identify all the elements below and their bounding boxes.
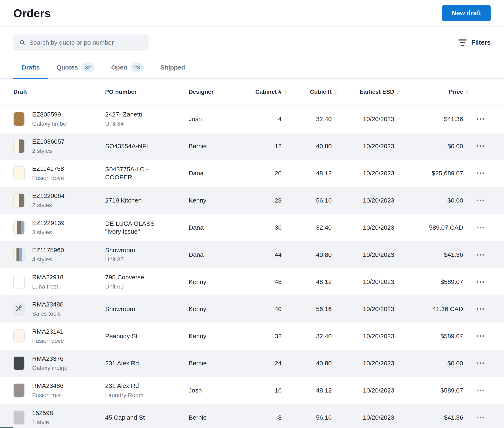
po-cell: Showroom bbox=[105, 305, 170, 313]
earliest-esd-cell: 10/20/2023 bbox=[339, 387, 401, 394]
swatch-stripe bbox=[14, 221, 17, 234]
draft-text: EZ12291393 styles bbox=[32, 219, 64, 236]
price-cell: $41.36 bbox=[401, 414, 470, 421]
kebab-dot bbox=[477, 308, 478, 310]
row-menu-button[interactable] bbox=[470, 194, 491, 207]
po-cell: 231 Alex RdLaundry Room bbox=[105, 382, 170, 399]
row-actions bbox=[470, 303, 491, 315]
price-cell: $589.07 bbox=[401, 387, 470, 394]
row-menu-button[interactable] bbox=[470, 140, 491, 152]
row-menu-button[interactable] bbox=[470, 276, 491, 288]
row-menu-button[interactable] bbox=[470, 167, 491, 180]
designer-cell: Josh bbox=[189, 115, 251, 123]
draft-subtitle: Fusion dove bbox=[32, 174, 64, 182]
po-number: Peabody St bbox=[105, 332, 170, 340]
po-number: 795 Converse bbox=[105, 273, 170, 281]
tab-quotes[interactable]: Quotes 32 bbox=[48, 63, 103, 78]
designer-cell: Bernie bbox=[189, 143, 251, 150]
cubic-ft-cell: 40.80 bbox=[289, 360, 339, 367]
filters-button[interactable]: Filters bbox=[458, 39, 491, 46]
price-cell: $41.36 bbox=[401, 251, 470, 258]
designer-cell: Kenny bbox=[189, 278, 251, 285]
tab-shipped[interactable]: Shipped bbox=[152, 63, 193, 78]
table-row[interactable]: EZ1141758Fusion doveS043775A-LC - COOPER… bbox=[0, 160, 504, 187]
row-actions bbox=[470, 221, 491, 234]
column-label: Price bbox=[449, 89, 463, 95]
row-menu-button[interactable] bbox=[470, 113, 491, 125]
kebab-dot bbox=[480, 335, 481, 337]
swatch-stripe bbox=[22, 248, 24, 261]
new-draft-button[interactable]: New draft bbox=[442, 5, 491, 21]
draft-text: EZ11759604 styles bbox=[32, 246, 64, 263]
table-header: Draft PO number Designer Cabinet # Cubic… bbox=[0, 79, 504, 106]
column-header-price[interactable]: Price bbox=[401, 89, 470, 95]
price-cell: $0.00 bbox=[401, 197, 470, 204]
table-row[interactable]: EZ12200642 styles2719 KitchenKenny2856.1… bbox=[0, 187, 504, 214]
row-menu-button[interactable] bbox=[470, 384, 491, 397]
draft-cell: RMA23486Fusion mist bbox=[13, 382, 105, 399]
draft-text: RMA22918Luna frost bbox=[32, 273, 64, 290]
draft-subtitle: Luna frost bbox=[32, 283, 64, 290]
kebab-dot bbox=[477, 145, 478, 147]
earliest-esd-cell: 10/20/2023 bbox=[339, 360, 401, 367]
kebab-dot bbox=[482, 390, 484, 391]
row-menu-button[interactable] bbox=[470, 248, 491, 261]
table-row[interactable]: RMA23376Galaxy indigo231 Alex RdBernie24… bbox=[0, 350, 504, 377]
column-header-cabinet[interactable]: Cabinet # bbox=[251, 89, 289, 95]
kebab-dot bbox=[482, 417, 484, 418]
row-menu-button[interactable] bbox=[470, 303, 491, 315]
cabinet-count-cell: 28 bbox=[251, 197, 289, 204]
po-number: SO43554A-NFI bbox=[105, 142, 170, 150]
table-row[interactable]: EZ805599Galaxy timber2427- ZanettiUnit 8… bbox=[0, 106, 504, 132]
column-label: Earliest ESD bbox=[360, 89, 394, 95]
cabinet-count-cell: 36 bbox=[251, 224, 289, 231]
tab-label: Drafts bbox=[22, 64, 40, 71]
column-header-esd[interactable]: Earliest ESD bbox=[339, 89, 401, 95]
po-subtitle: Unit 65 bbox=[105, 283, 170, 290]
kebab-dot bbox=[477, 173, 478, 174]
row-actions bbox=[470, 194, 491, 207]
table-row[interactable]: RMA23486Sales toolsShowroomKenny4056.161… bbox=[0, 296, 504, 322]
cubic-ft-cell: 48.12 bbox=[289, 387, 339, 394]
row-menu-button[interactable] bbox=[470, 411, 491, 424]
row-menu-button[interactable] bbox=[470, 330, 491, 342]
po-cell: 45 Capland St bbox=[105, 414, 170, 421]
price-cell: 41.36 CAD bbox=[401, 305, 470, 313]
draft-subtitle: Sales tools bbox=[32, 310, 64, 318]
row-menu-button[interactable] bbox=[470, 357, 491, 370]
table-row[interactable]: 1525981 style45 Capland StBernie856.1610… bbox=[0, 404, 504, 428]
row-menu-button[interactable] bbox=[470, 221, 491, 234]
po-cell: ShowroomUnit 87 bbox=[105, 246, 170, 263]
table-row[interactable]: EZ12291393 stylesDE LUCA GLASS "Ivory Is… bbox=[0, 214, 504, 241]
search-input[interactable] bbox=[29, 39, 143, 46]
row-actions bbox=[470, 167, 491, 180]
swatch-stripe bbox=[14, 384, 24, 397]
price-cell: $25,689.07 bbox=[401, 170, 470, 177]
po-cell: DE LUCA GLASS "Ivory Issue" bbox=[105, 220, 170, 236]
column-header-cubic[interactable]: Cubic ft bbox=[289, 89, 339, 95]
designer-cell: Kenny bbox=[189, 333, 251, 340]
earliest-esd-cell: 10/20/2023 bbox=[339, 115, 401, 123]
designer-cell: Kenny bbox=[189, 197, 251, 204]
draft-cell: RMA23141Fusion dove bbox=[13, 328, 105, 345]
draft-subtitle: Galaxy indigo bbox=[32, 364, 68, 372]
table-row[interactable]: RMA23486Fusion mist231 Alex RdLaundry Ro… bbox=[0, 377, 504, 404]
designer-cell: Dana bbox=[189, 224, 251, 231]
draft-id: EZ1141758 bbox=[32, 165, 64, 173]
search-box[interactable] bbox=[13, 34, 149, 51]
tab-drafts[interactable]: Drafts bbox=[13, 63, 48, 78]
earliest-esd-cell: 10/20/2023 bbox=[339, 170, 401, 177]
bottom-edge-bar bbox=[0, 427, 13, 428]
page-title: Orders bbox=[13, 7, 51, 20]
kebab-dot bbox=[482, 308, 484, 310]
table-row[interactable]: RMA23141Fusion dovePeabody StKenny3232.4… bbox=[0, 322, 504, 350]
cubic-ft-cell: 48.12 bbox=[289, 278, 339, 285]
row-actions bbox=[470, 411, 491, 424]
table-row[interactable]: RMA22918Luna frost795 ConverseUnit 65Ken… bbox=[0, 268, 504, 296]
tab-open[interactable]: Open 23 bbox=[103, 63, 152, 78]
table-row[interactable]: EZ11759604 stylesShowroomUnit 87Dana4440… bbox=[0, 241, 504, 268]
table-row[interactable]: EZ10360572 stylesSO43554A-NFIBernie1240.… bbox=[0, 132, 504, 160]
price-cell: $0.00 bbox=[401, 360, 470, 367]
style-swatch bbox=[13, 383, 25, 397]
search-icon bbox=[19, 40, 25, 46]
